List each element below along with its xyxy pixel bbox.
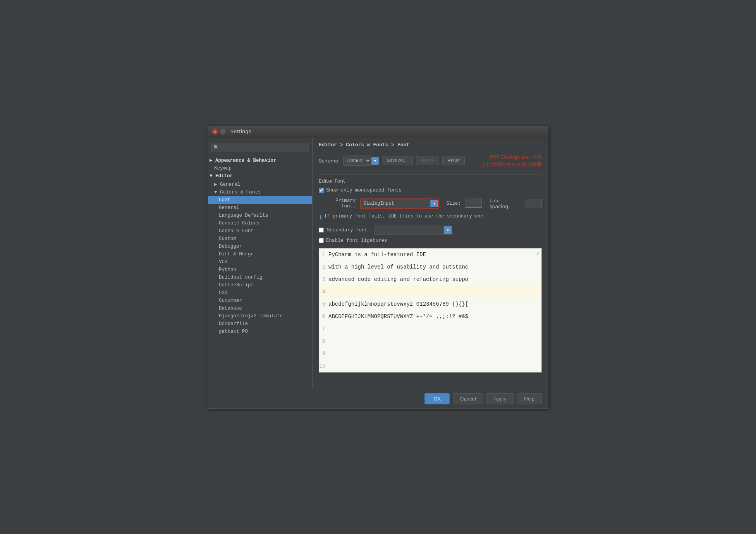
sidebar-item-lang-defaults-label: Language Defaults	[219, 213, 268, 218]
preview-line-2: 2 with a high level of usability and out…	[319, 261, 541, 273]
sidebar-item-console-font[interactable]: Console Font	[208, 227, 312, 235]
secondary-font-checkbox[interactable]	[319, 228, 324, 233]
primary-font-label: Primary font:	[319, 198, 356, 209]
line-num-3: 3	[319, 276, 328, 282]
preview-line-8: 8	[319, 335, 541, 347]
sidebar-item-console-colors-label: Console Colors	[219, 221, 259, 226]
delete-button[interactable]: Delete	[416, 156, 440, 165]
sidebar-item-django[interactable]: Django/Jinja2 Template	[208, 312, 312, 320]
sidebar-item-css[interactable]: CSS	[208, 289, 312, 297]
line-content-2: with a high level of usability and outst…	[328, 264, 468, 270]
sidebar-item-custom-label: Custom	[219, 236, 236, 241]
line-spacing-input[interactable]: ..0	[525, 199, 542, 208]
annotation-box: 选择 DialogInput 字体 会让代码中的中文更加好看	[481, 153, 542, 168]
primary-font-input[interactable]	[361, 199, 430, 208]
close-button[interactable]: ×	[212, 128, 218, 135]
secondary-font-row: Secondary font: ▾	[319, 226, 542, 235]
breadcrumb-editor: Editor	[319, 142, 337, 148]
sidebar-item-gettext[interactable]: gettext PO	[208, 328, 312, 335]
line-spacing-label: Line spacing:	[490, 198, 521, 209]
size-input[interactable]: 24	[465, 199, 482, 208]
search-icon: 🔍	[213, 145, 219, 150]
primary-font-row: Primary font: ▾ Size: 24 Line spacing: .…	[319, 198, 542, 209]
sidebar-item-keymap[interactable]: Keymap	[208, 164, 312, 172]
save-as-button[interactable]: Save As...	[382, 156, 413, 165]
sidebar-item-general-label: ▶ General	[214, 182, 241, 187]
sidebar-item-database[interactable]: Database	[208, 305, 312, 312]
ligatures-checkbox[interactable]	[319, 238, 324, 243]
sidebar-item-general2[interactable]: General	[208, 204, 312, 212]
sidebar-item-font[interactable]: Font	[208, 196, 312, 204]
sidebar-item-gettext-label: gettext PO	[219, 329, 248, 334]
sidebar-item-dockerfile[interactable]: Dockerfile	[208, 320, 312, 328]
secondary-font-input[interactable]	[374, 226, 444, 234]
breadcrumb-sep2: >	[391, 142, 397, 148]
show-monospaced-checkbox[interactable]	[319, 188, 324, 193]
bottom-bar: OK Cancel Apply Help	[208, 389, 548, 408]
primary-font-input-group: ▾	[360, 199, 439, 209]
line-num-9: 9	[319, 351, 328, 357]
sidebar-item-debugger-label: Debugger	[219, 244, 242, 249]
search-input[interactable]	[211, 143, 309, 152]
scroll-indicator: ✓	[537, 250, 540, 257]
apply-button[interactable]: Apply	[486, 393, 514, 404]
breadcrumb: Editor > Colors & Fonts > Font	[319, 142, 542, 148]
sidebar-item-custom[interactable]: Custom	[208, 235, 312, 243]
search-box: 🔍	[211, 143, 309, 152]
preview-line-9: 9	[319, 347, 541, 360]
sidebar-item-lang-defaults[interactable]: Language Defaults	[208, 212, 312, 219]
sidebar-item-font-label: Font	[219, 197, 230, 203]
sidebar-item-python[interactable]: Python	[208, 266, 312, 274]
sidebar-item-buildout-label: Buildout config	[219, 275, 263, 280]
minimize-button[interactable]	[220, 128, 226, 135]
window-title: Settings	[230, 128, 251, 134]
title-bar-controls: ×	[212, 128, 226, 135]
preview-line-5: 5 abcdefghijklmnopqrstuvwxyz 0123456789 …	[319, 298, 541, 310]
preview-line-10: 10	[319, 360, 541, 372]
line-content-6: ABCDEFGHIJKLMNOPQRSTUVWXYZ +-*/= .,;:!? …	[328, 313, 468, 320]
sidebar-item-vcs[interactable]: VCS	[208, 258, 312, 266]
reset-button[interactable]: Reset	[442, 156, 464, 165]
ok-button[interactable]: OK	[424, 393, 450, 404]
primary-font-arrow-button[interactable]: ▾	[430, 200, 438, 207]
sidebar-item-diff-merge[interactable]: Diff & Merge	[208, 250, 312, 258]
show-monospaced-label: Show only monospaced fonts	[326, 188, 402, 193]
sidebar-item-database-label: Database	[219, 306, 242, 311]
help-button[interactable]: Help	[517, 393, 542, 404]
sidebar-item-colors-fonts[interactable]: ▼ Colors & Fonts	[208, 188, 312, 196]
sidebar-item-coffeescript[interactable]: CoffeeScript	[208, 281, 312, 289]
info-text: If primary font fails, IDE tries to use …	[324, 213, 483, 220]
sidebar-item-editor-label: ▼ Editor	[210, 173, 233, 179]
sidebar-item-diff-merge-label: Diff & Merge	[219, 252, 254, 257]
sidebar-item-console-colors[interactable]: Console Colors	[208, 219, 312, 227]
preview-line-3: 3 advanced code editing and refactoring …	[319, 273, 541, 286]
sidebar-item-general2-label: General	[219, 205, 239, 211]
sidebar-item-debugger[interactable]: Debugger	[208, 243, 312, 250]
scheme-arrow-button[interactable]: ▾	[371, 157, 379, 165]
sidebar-item-editor[interactable]: ▼ Editor	[208, 172, 312, 180]
editor-font-section: Editor Font Show only monospaced fonts P…	[319, 178, 542, 243]
line-num-7: 7	[319, 326, 328, 332]
main-area: 🔍 ▶ Appearance & Behavior Keymap ▼ Edito…	[208, 137, 548, 389]
scheme-select[interactable]: Default	[343, 156, 371, 166]
sidebar-item-cucumber[interactable]: Cucumber	[208, 297, 312, 305]
breadcrumb-sep1: >	[340, 142, 346, 148]
sidebar-item-general[interactable]: ▶ General	[208, 180, 312, 188]
line-content-3: advanced code editing and refactoring su…	[328, 276, 468, 282]
sidebar-item-keymap-label: Keymap	[214, 166, 232, 171]
annotation-line2: 会让代码中的中文更加好看	[481, 161, 542, 168]
cancel-button[interactable]: Cancel	[453, 393, 483, 404]
secondary-font-label: Secondary font:	[327, 228, 371, 233]
preview-line-6: 6 ABCDEFGHIJKLMNOPQRSTUVWXYZ +-*/= .,;:!…	[319, 310, 541, 323]
preview-line-4: 4	[319, 286, 541, 298]
scheme-dropdown: Default ▾	[343, 156, 379, 166]
sidebar-item-buildout[interactable]: Buildout config	[208, 274, 312, 281]
line-num-5: 5	[319, 301, 328, 307]
close-icon: ×	[213, 130, 216, 134]
line-num-4: 4	[319, 289, 328, 295]
secondary-font-arrow-button[interactable]: ▾	[444, 226, 452, 234]
divider	[319, 175, 542, 175]
line-num-1: 1	[319, 252, 328, 258]
sidebar-item-appearance[interactable]: ▶ Appearance & Behavior	[208, 156, 312, 164]
title-bar: × Settings	[208, 126, 548, 137]
